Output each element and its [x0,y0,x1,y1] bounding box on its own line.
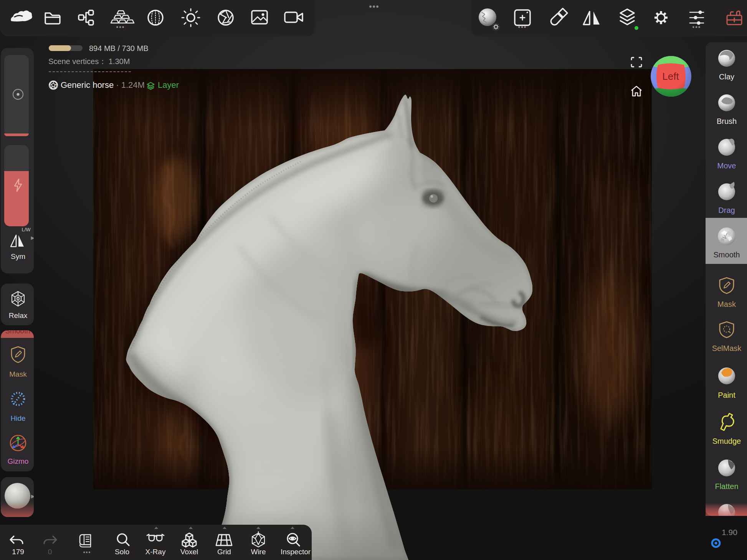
svg-text:Left: Left [662,71,679,82]
